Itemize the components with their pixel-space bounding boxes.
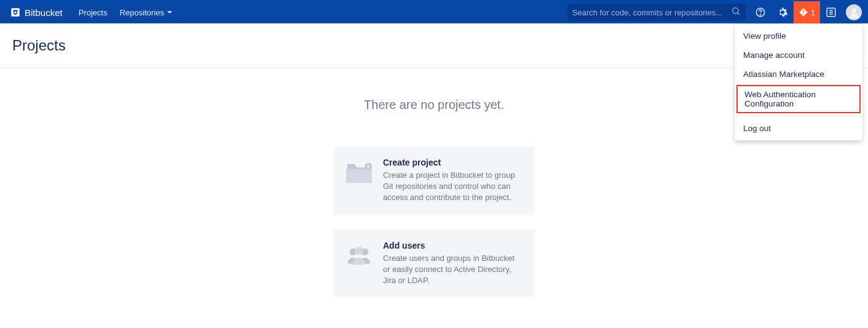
menu-separator bbox=[735, 116, 862, 116]
svg-rect-11 bbox=[829, 14, 833, 15]
nav-projects-link[interactable]: Projects bbox=[73, 1, 114, 23]
nav-repositories-label: Repositories bbox=[120, 8, 164, 17]
profile-dropdown-menu: View profile Manage account Atlassian Ma… bbox=[734, 23, 863, 141]
bitbucket-logo[interactable]: Bitbucket bbox=[10, 7, 63, 18]
svg-rect-9 bbox=[829, 10, 833, 11]
menu-atlassian-marketplace[interactable]: Atlassian Marketplace bbox=[735, 65, 862, 84]
svg-rect-6 bbox=[803, 10, 803, 13]
svg-rect-7 bbox=[803, 14, 803, 14]
app-switcher-icon bbox=[826, 7, 837, 18]
global-search[interactable] bbox=[567, 4, 746, 21]
help-icon bbox=[755, 7, 766, 18]
page-title: Projects bbox=[12, 37, 856, 54]
project-folder-icon bbox=[345, 160, 373, 185]
menu-manage-account[interactable]: Manage account bbox=[735, 46, 862, 65]
app-switcher-button[interactable] bbox=[820, 1, 842, 23]
create-project-body: Create project Create a project in Bitbu… bbox=[383, 158, 523, 204]
create-project-title: Create project bbox=[383, 158, 523, 167]
avatar-icon bbox=[847, 6, 861, 19]
create-project-desc: Create a project in Bitbucket to group G… bbox=[383, 170, 523, 204]
chevron-down-icon bbox=[167, 11, 172, 14]
add-users-title: Add users bbox=[383, 241, 523, 250]
menu-view-profile[interactable]: View profile bbox=[735, 26, 862, 46]
search-input[interactable] bbox=[572, 8, 731, 17]
brand-text: Bitbucket bbox=[25, 7, 63, 18]
svg-point-12 bbox=[851, 9, 856, 13]
svg-line-3 bbox=[737, 13, 739, 15]
main-nav: Bitbucket Projects Repositories bbox=[0, 1, 868, 23]
add-users-body: Add users Create users and groups in Bit… bbox=[383, 241, 523, 287]
svg-point-2 bbox=[732, 8, 738, 14]
svg-rect-10 bbox=[829, 12, 833, 13]
create-project-card[interactable]: Create project Create a project in Bitbu… bbox=[334, 146, 534, 215]
users-group-icon bbox=[345, 243, 373, 268]
alerts-button[interactable]: 1 bbox=[794, 1, 820, 23]
settings-button[interactable] bbox=[771, 1, 794, 23]
alert-count: 1 bbox=[811, 8, 815, 17]
svg-point-19 bbox=[355, 246, 363, 254]
empty-state-heading: There are no projects yet. bbox=[364, 98, 504, 112]
add-users-card[interactable]: Add users Create users and groups in Bit… bbox=[334, 230, 534, 298]
svg-rect-1 bbox=[15, 12, 17, 14]
svg-point-5 bbox=[760, 14, 760, 15]
help-button[interactable] bbox=[749, 1, 771, 23]
nav-projects-label: Projects bbox=[79, 8, 108, 17]
gear-icon bbox=[777, 7, 788, 18]
nav-repositories-link[interactable]: Repositories bbox=[114, 1, 178, 23]
menu-log-out[interactable]: Log out bbox=[735, 119, 862, 138]
bitbucket-logo-icon bbox=[10, 7, 21, 18]
menu-web-auth-config[interactable]: Web Authentication Configuration bbox=[736, 85, 861, 113]
search-icon bbox=[731, 6, 741, 18]
svg-rect-13 bbox=[346, 169, 372, 183]
alert-diamond-icon bbox=[799, 7, 808, 17]
profile-menu-button[interactable] bbox=[846, 4, 862, 20]
add-users-desc: Create users and groups in Bitbucket or … bbox=[383, 253, 523, 287]
